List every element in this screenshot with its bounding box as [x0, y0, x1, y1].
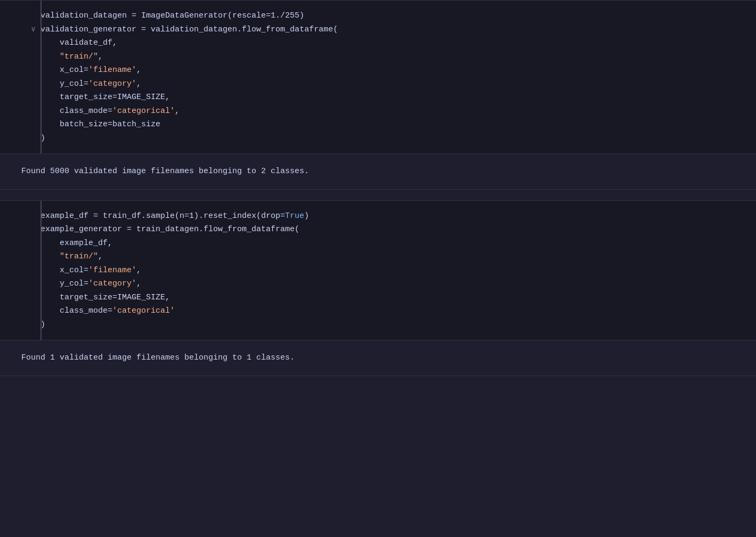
indent-line-2: [40, 201, 42, 340]
code-line-2-9: ): [21, 318, 743, 332]
output-cell-1: Found 5000 validated image filenames bel…: [0, 154, 756, 190]
code-cell-1: validation_datagen = ImageDataGenerator(…: [0, 0, 756, 154]
code-line-1-7: target_size=IMAGE_SIZE,: [21, 91, 743, 104]
code-line-1-2: ∨ validation_generator = validation_data…: [21, 23, 743, 37]
cell-spacer: [0, 190, 756, 200]
output-cell-2: Found 1 validated image filenames belong…: [0, 340, 756, 376]
code-line-1-6: y_col='category',: [21, 77, 743, 91]
output-text-1: Found 5000 validated image filenames bel…: [21, 165, 743, 178]
code-line-1-3: validate_df,: [21, 36, 743, 50]
code-line-2-4: "train/",: [21, 250, 743, 264]
code-line-2-6: y_col='category',: [21, 277, 743, 291]
code-line-1-10: ): [21, 132, 743, 145]
code-line-2-5: x_col='filename',: [21, 264, 743, 278]
code-line-2-3: example_df,: [21, 237, 743, 250]
code-line-1-1: validation_datagen = ImageDataGenerator(…: [21, 9, 743, 23]
indent-line-1: [40, 1, 42, 153]
notebook-container: validation_datagen = ImageDataGenerator(…: [0, 0, 756, 376]
output-text-2: Found 1 validated image filenames belong…: [21, 351, 743, 365]
code-line-1-5: x_col='filename',: [21, 63, 743, 77]
code-line-2-7: target_size=IMAGE_SIZE,: [21, 291, 743, 305]
code-line-2-8: class_mode='categorical': [21, 304, 743, 318]
code-line-2-1: example_df = train_df.sample(n=1).reset_…: [21, 209, 743, 223]
code-line-2-2: example_generator = train_datagen.flow_f…: [21, 223, 743, 237]
code-line-1-8: class_mode='categorical',: [21, 104, 743, 118]
code-line-1-9: batch_size=batch_size: [21, 118, 743, 132]
code-cell-2: example_df = train_df.sample(n=1).reset_…: [0, 200, 756, 341]
code-line-1-4: "train/",: [21, 50, 743, 64]
